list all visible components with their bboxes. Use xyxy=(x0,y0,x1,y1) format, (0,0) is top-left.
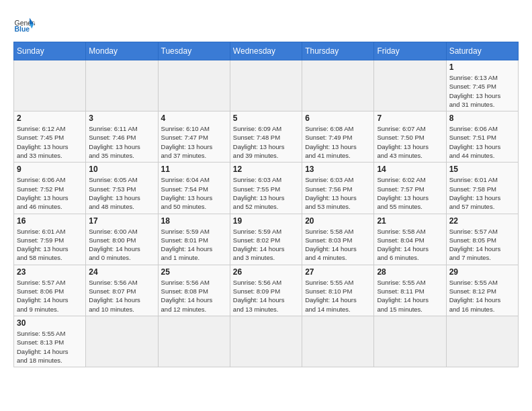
day-number: 18 xyxy=(161,216,227,226)
calendar-cell: 30Sunrise: 5:55 AM Sunset: 8:13 PM Dayli… xyxy=(14,316,86,367)
calendar-cell: 28Sunrise: 5:55 AM Sunset: 8:11 PM Dayli… xyxy=(374,265,446,316)
calendar-cell: 18Sunrise: 5:59 AM Sunset: 8:01 PM Dayli… xyxy=(158,214,230,265)
day-number: 2 xyxy=(17,113,83,123)
day-number: 26 xyxy=(233,267,299,277)
day-info: Sunrise: 5:58 AM Sunset: 8:03 PM Dayligh… xyxy=(305,227,371,263)
calendar-cell: 17Sunrise: 6:00 AM Sunset: 8:00 PM Dayli… xyxy=(86,214,158,265)
day-number: 7 xyxy=(377,113,443,123)
calendar-cell: 24Sunrise: 5:56 AM Sunset: 8:07 PM Dayli… xyxy=(86,265,158,316)
day-header-sunday: Sunday xyxy=(14,42,86,60)
logo: General Blue xyxy=(13,13,38,35)
day-info: Sunrise: 6:09 AM Sunset: 7:48 PM Dayligh… xyxy=(233,124,299,160)
calendar-cell: 27Sunrise: 5:55 AM Sunset: 8:10 PM Dayli… xyxy=(302,265,374,316)
day-info: Sunrise: 6:01 AM Sunset: 7:59 PM Dayligh… xyxy=(17,227,83,263)
day-number: 8 xyxy=(449,113,515,123)
calendar-cell: 13Sunrise: 6:03 AM Sunset: 7:56 PM Dayli… xyxy=(302,163,374,214)
day-number: 20 xyxy=(305,216,371,226)
day-info: Sunrise: 5:59 AM Sunset: 8:02 PM Dayligh… xyxy=(233,227,299,263)
day-number: 14 xyxy=(377,165,443,174)
day-info: Sunrise: 6:03 AM Sunset: 7:56 PM Dayligh… xyxy=(305,175,371,211)
day-header-wednesday: Wednesday xyxy=(230,42,302,60)
day-info: Sunrise: 6:00 AM Sunset: 8:00 PM Dayligh… xyxy=(89,227,154,263)
calendar-cell: 10Sunrise: 6:05 AM Sunset: 7:53 PM Dayli… xyxy=(86,163,158,214)
day-info: Sunrise: 6:06 AM Sunset: 7:52 PM Dayligh… xyxy=(17,175,83,211)
day-header-friday: Friday xyxy=(374,42,446,60)
day-number: 29 xyxy=(449,267,515,277)
day-info: Sunrise: 5:58 AM Sunset: 8:04 PM Dayligh… xyxy=(377,227,443,263)
calendar-cell: 6Sunrise: 6:08 AM Sunset: 7:49 PM Daylig… xyxy=(302,111,374,163)
calendar-cell: 15Sunrise: 6:01 AM Sunset: 7:58 PM Dayli… xyxy=(446,163,518,214)
day-number: 21 xyxy=(377,216,443,226)
day-info: Sunrise: 6:01 AM Sunset: 7:58 PM Dayligh… xyxy=(449,175,515,211)
calendar-cell xyxy=(446,316,518,367)
day-info: Sunrise: 6:04 AM Sunset: 7:54 PM Dayligh… xyxy=(161,175,227,211)
calendar-cell xyxy=(230,60,302,111)
calendar-week-row: 16Sunrise: 6:01 AM Sunset: 7:59 PM Dayli… xyxy=(14,214,519,265)
calendar-table: SundayMondayTuesdayWednesdayThursdayFrid… xyxy=(13,42,519,367)
calendar-cell xyxy=(158,316,230,367)
header: General Blue xyxy=(13,13,519,35)
day-info: Sunrise: 5:55 AM Sunset: 8:13 PM Dayligh… xyxy=(17,329,83,365)
calendar-cell xyxy=(158,60,230,111)
day-number: 28 xyxy=(377,267,443,277)
day-number: 11 xyxy=(161,165,227,174)
calendar-cell xyxy=(302,60,374,111)
day-info: Sunrise: 5:57 AM Sunset: 8:06 PM Dayligh… xyxy=(17,278,83,314)
day-number: 17 xyxy=(89,216,154,226)
calendar-cell: 5Sunrise: 6:09 AM Sunset: 7:48 PM Daylig… xyxy=(230,111,302,163)
day-info: Sunrise: 6:05 AM Sunset: 7:53 PM Dayligh… xyxy=(89,175,154,211)
day-info: Sunrise: 5:55 AM Sunset: 8:10 PM Dayligh… xyxy=(305,278,371,314)
day-info: Sunrise: 5:59 AM Sunset: 8:01 PM Dayligh… xyxy=(161,227,227,263)
day-number: 15 xyxy=(449,165,515,174)
day-number: 10 xyxy=(89,165,154,174)
calendar-cell xyxy=(86,60,158,111)
svg-text:Blue: Blue xyxy=(15,26,30,33)
day-info: Sunrise: 6:02 AM Sunset: 7:57 PM Dayligh… xyxy=(377,175,443,211)
calendar-header-row: SundayMondayTuesdayWednesdayThursdayFrid… xyxy=(14,42,519,60)
day-info: Sunrise: 6:11 AM Sunset: 7:46 PM Dayligh… xyxy=(89,124,154,160)
day-number: 19 xyxy=(233,216,299,226)
day-header-tuesday: Tuesday xyxy=(158,42,230,60)
day-header-thursday: Thursday xyxy=(302,42,374,60)
day-info: Sunrise: 5:55 AM Sunset: 8:12 PM Dayligh… xyxy=(449,278,515,314)
day-info: Sunrise: 6:06 AM Sunset: 7:51 PM Dayligh… xyxy=(449,124,515,160)
day-number: 1 xyxy=(449,62,515,72)
logo-icon: General Blue xyxy=(13,13,35,35)
calendar-cell: 8Sunrise: 6:06 AM Sunset: 7:51 PM Daylig… xyxy=(446,111,518,163)
day-number: 13 xyxy=(305,165,371,174)
day-info: Sunrise: 6:03 AM Sunset: 7:55 PM Dayligh… xyxy=(233,175,299,211)
calendar-cell: 21Sunrise: 5:58 AM Sunset: 8:04 PM Dayli… xyxy=(374,214,446,265)
calendar-cell: 19Sunrise: 5:59 AM Sunset: 8:02 PM Dayli… xyxy=(230,214,302,265)
day-number: 16 xyxy=(17,216,83,226)
calendar-cell: 3Sunrise: 6:11 AM Sunset: 7:46 PM Daylig… xyxy=(86,111,158,163)
calendar-cell: 1Sunrise: 6:13 AM Sunset: 7:45 PM Daylig… xyxy=(446,60,518,111)
calendar-week-row: 23Sunrise: 5:57 AM Sunset: 8:06 PM Dayli… xyxy=(14,265,519,316)
day-header-saturday: Saturday xyxy=(446,42,518,60)
calendar-cell xyxy=(14,60,86,111)
day-info: Sunrise: 6:12 AM Sunset: 7:45 PM Dayligh… xyxy=(17,124,83,160)
day-number: 4 xyxy=(161,113,227,123)
day-number: 6 xyxy=(305,113,371,123)
day-number: 9 xyxy=(17,165,83,174)
calendar-week-row: 9Sunrise: 6:06 AM Sunset: 7:52 PM Daylig… xyxy=(14,163,519,214)
calendar-cell xyxy=(374,60,446,111)
day-number: 12 xyxy=(233,165,299,174)
calendar-cell: 29Sunrise: 5:55 AM Sunset: 8:12 PM Dayli… xyxy=(446,265,518,316)
calendar-week-row: 1Sunrise: 6:13 AM Sunset: 7:45 PM Daylig… xyxy=(14,60,519,111)
day-number: 25 xyxy=(161,267,227,277)
calendar-cell: 25Sunrise: 5:56 AM Sunset: 8:08 PM Dayli… xyxy=(158,265,230,316)
day-info: Sunrise: 5:56 AM Sunset: 8:08 PM Dayligh… xyxy=(161,278,227,314)
day-info: Sunrise: 5:56 AM Sunset: 8:09 PM Dayligh… xyxy=(233,278,299,314)
day-info: Sunrise: 6:13 AM Sunset: 7:45 PM Dayligh… xyxy=(449,73,515,109)
calendar-cell xyxy=(302,316,374,367)
calendar-cell: 2Sunrise: 6:12 AM Sunset: 7:45 PM Daylig… xyxy=(14,111,86,163)
day-number: 27 xyxy=(305,267,371,277)
calendar-week-row: 2Sunrise: 6:12 AM Sunset: 7:45 PM Daylig… xyxy=(14,111,519,163)
calendar-cell: 26Sunrise: 5:56 AM Sunset: 8:09 PM Dayli… xyxy=(230,265,302,316)
day-header-monday: Monday xyxy=(86,42,158,60)
day-info: Sunrise: 5:55 AM Sunset: 8:11 PM Dayligh… xyxy=(377,278,443,314)
calendar-cell: 12Sunrise: 6:03 AM Sunset: 7:55 PM Dayli… xyxy=(230,163,302,214)
calendar-cell xyxy=(86,316,158,367)
day-number: 3 xyxy=(89,113,154,123)
day-info: Sunrise: 6:08 AM Sunset: 7:49 PM Dayligh… xyxy=(305,124,371,160)
